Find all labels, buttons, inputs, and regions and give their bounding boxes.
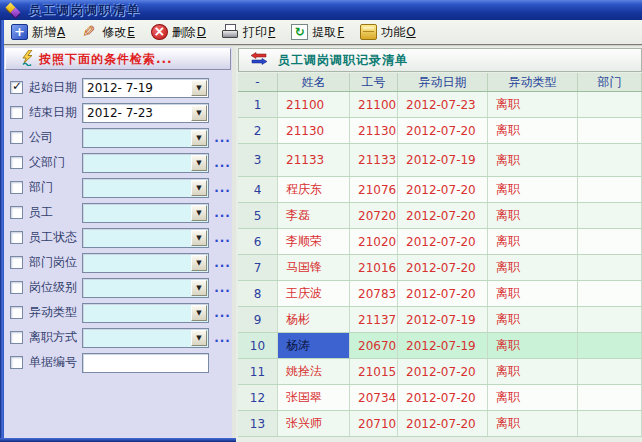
filter-checkbox[interactable]: ✓ xyxy=(10,206,23,219)
filter-checkbox[interactable]: ✓ xyxy=(10,231,23,244)
change-date-cell[interactable]: 2012-07-20 xyxy=(398,411,488,436)
filter-input[interactable]: ▼ xyxy=(82,303,209,323)
filter-checkbox[interactable]: ✓ xyxy=(10,181,23,194)
emp-no-cell[interactable]: 20783 xyxy=(350,281,398,306)
change-date-cell[interactable]: 2012-07-20 xyxy=(398,177,488,202)
row-number-cell[interactable]: 6 xyxy=(238,229,278,254)
dept-cell[interactable] xyxy=(578,92,642,117)
change-type-cell[interactable]: 离职 xyxy=(488,177,578,202)
name-cell[interactable]: 杨彬 xyxy=(278,307,350,332)
filter-checkbox[interactable]: ✓ xyxy=(10,281,23,294)
column-header[interactable]: 异动日期 xyxy=(398,73,488,91)
change-date-cell[interactable]: 2012-07-20 xyxy=(398,385,488,410)
table-row[interactable]: 3 21133 21133 2012-07-19 离职 xyxy=(238,144,642,177)
emp-no-cell[interactable]: 21015 xyxy=(350,359,398,384)
dropdown-arrow-icon[interactable]: ▼ xyxy=(191,280,207,296)
lookup-dots-button[interactable]: ... xyxy=(213,181,232,195)
dept-cell[interactable] xyxy=(578,229,642,254)
table-row[interactable]: 1 21100 21100 2012-07-23 离职 xyxy=(238,92,642,118)
lookup-dots-button[interactable]: ... xyxy=(213,256,232,270)
change-type-cell[interactable]: 离职 xyxy=(488,203,578,228)
lookup-dots-button[interactable]: ... xyxy=(213,331,232,345)
change-type-cell[interactable]: 离职 xyxy=(488,359,578,384)
table-row[interactable]: 2 21130 21130 2012-07-20 离职 xyxy=(238,118,642,144)
row-number-cell[interactable]: 7 xyxy=(238,255,278,280)
toolbar-button[interactable]: 功能O xyxy=(355,20,423,44)
filter-input[interactable]: ▼ xyxy=(82,353,209,373)
row-number-cell[interactable]: 9 xyxy=(238,307,278,332)
change-type-cell[interactable]: 离职 xyxy=(488,229,578,254)
change-type-cell[interactable]: 离职 xyxy=(488,255,578,280)
dept-cell[interactable] xyxy=(578,307,642,332)
change-date-cell[interactable]: 2012-07-20 xyxy=(398,255,488,280)
filter-checkbox[interactable]: ✓ xyxy=(10,156,23,169)
filter-input[interactable]: 2012- 7-19 ▼ xyxy=(82,78,209,98)
name-cell[interactable]: 张国翠 xyxy=(278,385,350,410)
emp-no-cell[interactable]: 20720 xyxy=(350,203,398,228)
table-row[interactable]: 10 杨涛 20670 2012-07-19 离职 xyxy=(238,333,642,359)
dept-cell[interactable] xyxy=(578,118,642,143)
change-date-cell[interactable]: 2012-07-19 xyxy=(398,144,488,176)
filter-input[interactable]: ▼ xyxy=(82,153,209,173)
dept-cell[interactable] xyxy=(578,281,642,306)
name-cell[interactable]: 马国锋 xyxy=(278,255,350,280)
filter-input[interactable]: ▼ xyxy=(82,128,209,148)
change-date-cell[interactable]: 2012-07-20 xyxy=(398,281,488,306)
dropdown-arrow-icon[interactable]: ▼ xyxy=(191,330,207,346)
dept-cell[interactable] xyxy=(578,177,642,202)
name-cell[interactable]: 李磊 xyxy=(278,203,350,228)
dept-cell[interactable] xyxy=(578,144,642,176)
table-row[interactable]: 7 马国锋 21016 2012-07-20 离职 xyxy=(238,255,642,281)
dropdown-arrow-icon[interactable]: ▼ xyxy=(191,130,207,146)
filter-checkbox[interactable]: ✓ xyxy=(10,106,23,119)
change-date-cell[interactable]: 2012-07-20 xyxy=(398,118,488,143)
dept-cell[interactable] xyxy=(578,411,642,436)
change-type-cell[interactable]: 离职 xyxy=(488,307,578,332)
filter-input[interactable]: ▼ xyxy=(82,203,209,223)
filter-checkbox[interactable]: ✓ xyxy=(10,306,23,319)
row-number-cell[interactable]: 1 xyxy=(238,92,278,117)
change-date-cell[interactable]: 2012-07-23 xyxy=(398,92,488,117)
name-cell[interactable]: 张兴师 xyxy=(278,411,350,436)
table-row[interactable]: 11 姚拴法 21015 2012-07-20 离职 xyxy=(238,359,642,385)
filter-input[interactable]: 2012- 7-23 ▼ xyxy=(82,103,209,123)
filter-checkbox[interactable]: ✓ xyxy=(10,331,23,344)
table-row[interactable]: 13 张兴师 20710 2012-07-20 离职 xyxy=(238,411,642,437)
column-header[interactable]: 异动类型 xyxy=(488,73,578,91)
dept-cell[interactable] xyxy=(578,255,642,280)
change-type-cell[interactable]: 离职 xyxy=(488,118,578,143)
toolbar-button[interactable]: 删除D xyxy=(146,20,214,44)
dropdown-arrow-icon[interactable]: ▼ xyxy=(191,255,207,271)
name-cell[interactable]: 李顺荣 xyxy=(278,229,350,254)
name-cell[interactable]: 王庆波 xyxy=(278,281,350,306)
filter-checkbox[interactable]: ✓ xyxy=(10,81,23,94)
lookup-dots-button[interactable]: ... xyxy=(213,156,232,170)
emp-no-cell[interactable]: 20710 xyxy=(350,411,398,436)
row-number-cell[interactable]: 13 xyxy=(238,411,278,436)
dropdown-arrow-icon[interactable]: ▼ xyxy=(191,105,207,121)
lookup-dots-button[interactable]: ... xyxy=(213,131,232,145)
emp-no-cell[interactable]: 20670 xyxy=(350,333,398,358)
filter-checkbox[interactable]: ✓ xyxy=(10,356,23,369)
emp-no-cell[interactable]: 21100 xyxy=(350,92,398,117)
dropdown-arrow-icon[interactable]: ▼ xyxy=(191,155,207,171)
change-type-cell[interactable]: 离职 xyxy=(488,92,578,117)
change-type-cell[interactable]: 离职 xyxy=(488,411,578,436)
change-date-cell[interactable]: 2012-07-20 xyxy=(398,359,488,384)
name-cell[interactable]: 程庆东 xyxy=(278,177,350,202)
dropdown-arrow-icon[interactable]: ▼ xyxy=(191,180,207,196)
emp-no-cell[interactable]: 21130 xyxy=(350,118,398,143)
change-date-cell[interactable]: 2012-07-19 xyxy=(398,333,488,358)
change-type-cell[interactable]: 离职 xyxy=(488,144,578,176)
lookup-dots-button[interactable]: ... xyxy=(213,281,232,295)
table-row[interactable]: 6 李顺荣 21020 2012-07-20 离职 xyxy=(238,229,642,255)
change-date-cell[interactable]: 2012-07-20 xyxy=(398,203,488,228)
column-header[interactable]: 姓名 xyxy=(278,73,350,91)
row-number-cell[interactable]: 2 xyxy=(238,118,278,143)
column-header[interactable]: 部门 xyxy=(578,73,642,91)
column-header[interactable]: 工号 xyxy=(350,73,398,91)
emp-no-cell[interactable]: 21076 xyxy=(350,177,398,202)
filter-checkbox[interactable]: ✓ xyxy=(10,131,23,144)
row-number-cell[interactable]: 10 xyxy=(238,333,278,358)
emp-no-cell[interactable]: 21020 xyxy=(350,229,398,254)
